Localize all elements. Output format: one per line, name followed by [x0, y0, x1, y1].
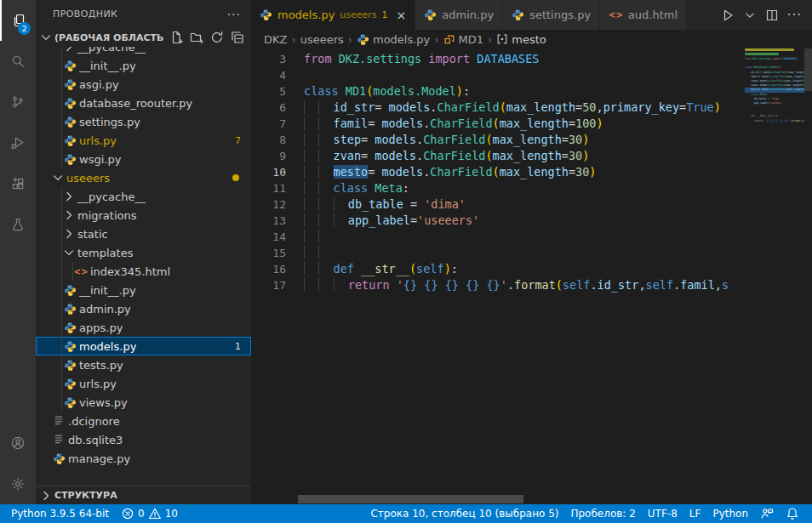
tree-item-index345.html[interactable]: <>index345.html: [36, 262, 251, 281]
code-line-17[interactable]: 17 return '{} {} {} {} {}'.format(self.i…: [251, 277, 812, 293]
minimap[interactable]: from DKZ.settings import DATABASESclass …: [745, 48, 804, 123]
activity-item-run-debug[interactable]: [0, 122, 36, 163]
line-number[interactable]: 6: [251, 99, 304, 116]
code-line-14[interactable]: 14: [251, 229, 812, 245]
line-number[interactable]: 13: [251, 213, 304, 229]
code-line-11[interactable]: 11 class Meta:: [251, 180, 812, 196]
activity-item-search[interactable]: [0, 41, 36, 82]
tree-item-manage.py[interactable]: manage.py: [36, 449, 251, 468]
line-number[interactable]: 5: [251, 83, 304, 99]
line-number[interactable]: 16: [251, 261, 304, 277]
tree-item-templates[interactable]: templates: [36, 243, 251, 262]
line-number[interactable]: 7: [251, 116, 304, 132]
line-number[interactable]: 3: [251, 51, 304, 67]
code-line-12[interactable]: 12 db_table = 'dima': [251, 196, 812, 213]
tab-admin.py[interactable]: admin.py: [415, 0, 503, 30]
code-line-4[interactable]: 4: [251, 67, 812, 83]
tree-item-database_roouter.py[interactable]: database_roouter.py: [36, 94, 251, 112]
breadcrumb-item-models.py[interactable]: models.py: [357, 33, 430, 46]
tab-aud.html[interactable]: <>aud.html: [600, 0, 687, 30]
tree-item-migrations[interactable]: migrations: [36, 206, 251, 225]
code-line-7[interactable]: 7 famil= models.CharField(max_length=100…: [251, 116, 812, 132]
breadcrumb-item-mesto[interactable]: mesto: [496, 33, 546, 46]
line-number[interactable]: 12: [251, 196, 304, 213]
run-icon[interactable]: [721, 9, 735, 22]
line-number[interactable]: 15: [251, 245, 304, 261]
split-editor-icon[interactable]: [765, 9, 779, 22]
code-line-9[interactable]: 9 zvan= models.CharField(max_length=30): [251, 148, 812, 164]
code-token: ): [582, 149, 589, 162]
code-editor[interactable]: 3from DKZ.settings import DATABASES45cla…: [251, 48, 812, 494]
code-line-16[interactable]: 16 def __str__(self):: [251, 261, 812, 277]
tree-item-urls.py[interactable]: urls.py: [36, 374, 251, 393]
line-content: [304, 67, 812, 83]
refresh-icon[interactable]: [210, 31, 224, 44]
tree-item-settings.py[interactable]: settings.py: [36, 112, 251, 131]
tree-item-__init__.py[interactable]: __init__.py: [36, 281, 251, 299]
outline-section-header[interactable]: СТРУКТУРА: [36, 486, 251, 504]
tree-item-urls.py[interactable]: urls.py7: [36, 131, 251, 150]
line-number[interactable]: 10: [251, 164, 304, 180]
tree-item-__init__.py[interactable]: __init__.py: [36, 56, 251, 75]
breadcrumb-item-useeers[interactable]: useeers: [300, 33, 344, 46]
activity-item-explorer[interactable]: 2: [0, 0, 36, 41]
activity-item-settings[interactable]: [0, 463, 36, 504]
tree-item-asgi.py[interactable]: asgi.py: [36, 75, 251, 94]
status-feedback[interactable]: [754, 504, 780, 523]
tree-item-__pycache__[interactable]: __pycache__: [36, 47, 251, 56]
new-file-icon[interactable]: [169, 31, 183, 44]
editor-group: models.pyuseeers1×admin.pysettings.py<>a…: [251, 0, 812, 504]
status-notifications[interactable]: [780, 504, 805, 523]
tree-item-db.sqlite3[interactable]: db.sqlite3: [36, 430, 251, 449]
status-encoding[interactable]: UTF-8: [642, 504, 683, 523]
tree-item-tests.py[interactable]: tests.py: [36, 355, 251, 374]
vertical-scrollbar[interactable]: [804, 48, 812, 91]
line-number[interactable]: 4: [251, 67, 304, 83]
line-number[interactable]: 14: [251, 229, 304, 245]
tree-item-views.py[interactable]: views.py: [36, 393, 251, 412]
status-python-version[interactable]: Python 3.9.5 64-bit: [5, 504, 115, 523]
status-indentation[interactable]: Пробелов: 2: [564, 504, 641, 523]
line-number[interactable]: 8: [251, 132, 304, 148]
collapse-all-icon[interactable]: [231, 31, 244, 44]
new-folder-icon[interactable]: [190, 31, 203, 44]
line-number[interactable]: 9: [251, 148, 304, 164]
status-language-mode[interactable]: Python: [706, 504, 754, 523]
tree-item-useeers[interactable]: useeers: [36, 168, 251, 187]
activity-item-account[interactable]: [0, 423, 36, 463]
status-problems[interactable]: 010: [115, 504, 184, 523]
status-eol[interactable]: LF: [683, 504, 707, 523]
more-actions-icon[interactable]: ···: [227, 8, 241, 21]
tab-models.py[interactable]: models.pyuseeers1×: [251, 0, 415, 30]
tree-indent-guide: [61, 299, 62, 318]
status-cursor-position[interactable]: Строка 10, столбец 10 (выбрано 5): [364, 504, 564, 523]
code-line-10[interactable]: 10 mesto= models.CharField(max_length=30…: [251, 164, 812, 180]
tree-item-models.py[interactable]: models.py1: [36, 337, 251, 355]
tree-item-apps.py[interactable]: apps.py: [36, 318, 251, 337]
line-number[interactable]: 17: [251, 277, 304, 293]
code-line-6[interactable]: 6 id_str= models.CharField(max_length=50…: [251, 99, 812, 116]
code-line-13[interactable]: 13 app_label='useeers': [251, 213, 812, 229]
python-icon: [357, 33, 369, 46]
tab-settings.py[interactable]: settings.py: [503, 0, 600, 30]
breadcrumb-item-DKZ[interactable]: DKZ: [264, 33, 287, 46]
activity-item-source-control[interactable]: [0, 82, 36, 122]
breadcrumb-item-MD1[interactable]: MD1: [443, 33, 484, 46]
code-line-3[interactable]: 3from DKZ.settings import DATABASES: [251, 51, 812, 67]
code-line-5[interactable]: 5class MD1(models.Model):: [251, 83, 812, 99]
line-number[interactable]: 11: [251, 180, 304, 196]
close-icon[interactable]: ×: [397, 9, 407, 21]
more-actions-icon[interactable]: ···: [787, 8, 802, 23]
horizontal-scrollbar[interactable]: [298, 495, 523, 503]
tree-item-__pycache__[interactable]: __pycache__: [36, 187, 251, 206]
tree-item-static[interactable]: static: [36, 225, 251, 243]
run-dropdown-chevron-icon[interactable]: [743, 9, 757, 22]
tree-item-admin.py[interactable]: admin.py: [36, 299, 251, 318]
tree-item-.dcignore[interactable]: .dcignore: [36, 412, 251, 430]
workspace-section-header[interactable]: (РАБОЧАЯ ОБЛАСТЬ) ...: [36, 28, 251, 47]
activity-item-testing[interactable]: [0, 204, 36, 245]
tree-item-wsgi.py[interactable]: wsgi.py: [36, 150, 251, 168]
code-line-8[interactable]: 8 step= models.CharField(max_length=30): [251, 132, 812, 148]
code-line-15[interactable]: 15: [251, 245, 812, 261]
activity-item-extensions[interactable]: [0, 163, 36, 204]
